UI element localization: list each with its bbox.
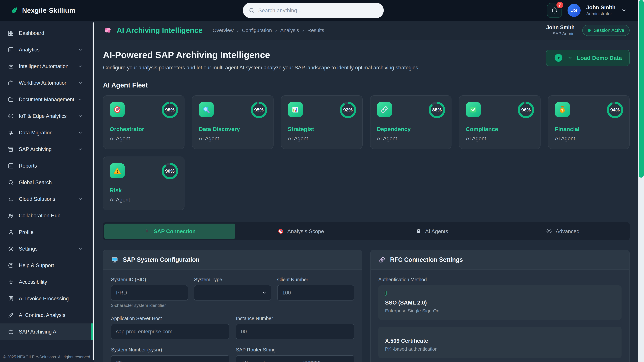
sap-system-configuration-panel: SAP System Configuration System ID (SID)… bbox=[103, 250, 362, 362]
instance-number-input[interactable] bbox=[236, 324, 354, 339]
chevron-down-icon bbox=[78, 81, 82, 85]
invoice-icon bbox=[8, 296, 14, 302]
contract-icon bbox=[8, 312, 14, 319]
radio-icon[interactable] bbox=[385, 291, 386, 295]
config-tabs: SAP Connection Analysis Scope AI Agents … bbox=[103, 222, 630, 240]
page-scrollbar[interactable] bbox=[638, 0, 644, 362]
panel-header: RFC Connection Settings bbox=[371, 250, 629, 270]
hero-subtitle: Configure your analysis parameters and l… bbox=[103, 65, 420, 71]
sidebar-item[interactable]: Collaboration Hub bbox=[0, 207, 94, 224]
chevron-down-icon bbox=[78, 97, 82, 102]
session-status-badge: Session Active bbox=[582, 25, 630, 36]
host-input[interactable] bbox=[111, 324, 229, 339]
breadcrumb-separator: › bbox=[302, 27, 304, 33]
sysnr-input[interactable] bbox=[111, 355, 229, 362]
breadcrumb-item[interactable]: Configuration bbox=[242, 27, 272, 33]
router-string-input[interactable] bbox=[236, 355, 354, 362]
sidebar-nav: Dashboard Analytics Intelligent Automati… bbox=[0, 21, 94, 340]
auth-option[interactable]: SSO (SAML 2.0) Enterprise Single Sign-On bbox=[378, 285, 622, 320]
monitor-icon bbox=[111, 256, 118, 264]
magnifier-icon bbox=[202, 105, 211, 114]
agent-icon-tile bbox=[377, 102, 392, 117]
auth-option-title: SSO (SAML 2.0) bbox=[385, 300, 615, 306]
tab[interactable]: SAP Connection bbox=[104, 224, 235, 239]
agent-card: 98% Orchestrator AI Agent bbox=[103, 95, 184, 149]
user-info: John Smith Administrator bbox=[586, 4, 616, 16]
client-number-label: Client Number bbox=[277, 277, 354, 282]
breadcrumb-item[interactable]: Overview bbox=[213, 27, 234, 33]
breadcrumb-item[interactable]: Analysis bbox=[280, 27, 299, 33]
page-body: AI-Powered SAP Archiving Intelligence Co… bbox=[94, 50, 638, 362]
sidebar-item[interactable]: Intelligent Automation bbox=[0, 58, 94, 75]
tab[interactable]: Analysis Scope bbox=[235, 224, 366, 239]
sidebar-item[interactable]: Cloud Solutions bbox=[0, 191, 94, 207]
sidebar-item[interactable]: AI Invoice Processing bbox=[0, 290, 94, 307]
sidebar-item[interactable]: Analytics bbox=[0, 41, 94, 58]
user-menu-chevron-icon[interactable] bbox=[621, 8, 626, 13]
sidebar-item[interactable]: SAP Archiving AI bbox=[0, 324, 94, 340]
sidebar-item[interactable]: Dashboard bbox=[0, 25, 94, 41]
sidebar-item[interactable]: Global Search bbox=[0, 174, 94, 191]
avatar[interactable]: JS bbox=[568, 4, 580, 17]
agent-progress-ring: 95% bbox=[251, 102, 267, 118]
load-demo-data-button[interactable]: Load Demo Data bbox=[546, 50, 630, 66]
auth-options: SSO (SAML 2.0) Enterprise Single Sign-On… bbox=[378, 285, 622, 358]
agent-card: 96% Compliance AI Agent bbox=[459, 95, 540, 149]
agent-card: 92% Strategist AI Agent bbox=[281, 95, 362, 149]
agent-progress-ring: 88% bbox=[429, 102, 445, 118]
agent-percent: 88% bbox=[432, 107, 442, 113]
session-user-role: SAP Admin bbox=[546, 31, 574, 36]
agent-name: Financial bbox=[555, 126, 623, 132]
brand: Nexgile-Skillium bbox=[10, 6, 75, 14]
session-user-name: John Smith bbox=[546, 24, 574, 30]
sidebar-item[interactable]: Accessibility bbox=[0, 274, 94, 290]
sidebar-item[interactable]: Document Management bbox=[0, 91, 94, 108]
main-content: AI Archiving Intelligence Overview › Con… bbox=[94, 21, 638, 362]
search-icon bbox=[248, 7, 255, 13]
breadcrumb-item[interactable]: Results bbox=[308, 27, 324, 33]
grid-icon bbox=[8, 30, 14, 36]
agent-icon-tile bbox=[110, 163, 125, 178]
sidebar-item[interactable]: Workflow Automation bbox=[0, 75, 94, 91]
agent-card: 95% Data Discovery AI Agent bbox=[192, 95, 274, 149]
target-icon bbox=[113, 105, 122, 114]
sidebar-item[interactable]: SAP Archiving bbox=[0, 141, 94, 158]
agent-percent: 90% bbox=[165, 168, 174, 174]
page-header: AI Archiving Intelligence Overview › Con… bbox=[94, 21, 638, 40]
plug-icon bbox=[144, 228, 150, 234]
user-icon bbox=[8, 229, 14, 236]
client-number-input[interactable] bbox=[277, 285, 354, 301]
search-input[interactable] bbox=[258, 7, 378, 13]
agent-type: AI Agent bbox=[288, 135, 356, 142]
chart-icon bbox=[8, 46, 14, 53]
sidebar-item[interactable]: Reports bbox=[0, 158, 94, 174]
agent-type: AI Agent bbox=[110, 135, 178, 142]
sidebar-item[interactable]: Settings bbox=[0, 241, 94, 257]
sidebar-item[interactable]: Help & Support bbox=[0, 257, 94, 274]
sid-input[interactable] bbox=[111, 285, 188, 301]
sidebar-item[interactable]: IoT & Edge Analytics bbox=[0, 108, 94, 124]
notifications-button[interactable]: 7 bbox=[547, 3, 562, 18]
agent-type: AI Agent bbox=[377, 135, 445, 142]
system-type-select[interactable] bbox=[194, 285, 271, 301]
tab[interactable]: AI Agents bbox=[366, 224, 497, 239]
arrows-icon bbox=[8, 130, 14, 136]
sidebar-item[interactable]: AI Contract Analysis bbox=[0, 307, 94, 324]
sidebar-item[interactable]: Profile bbox=[0, 224, 94, 241]
agent-card: $ 94% Financial AI Agent bbox=[548, 95, 630, 149]
chevron-down-icon bbox=[78, 114, 82, 118]
warning-icon bbox=[113, 166, 122, 175]
sid-helper-text: 3-character system identifier bbox=[111, 303, 354, 308]
sidebar-scrollbar[interactable] bbox=[92, 22, 94, 360]
tab[interactable]: Advanced bbox=[497, 224, 628, 239]
agent-fleet-grid: 98% Orchestrator AI Agent 95% Data Disco… bbox=[103, 95, 630, 210]
agent-progress-ring: 90% bbox=[162, 163, 178, 179]
sidebar-item[interactable]: Data Migration bbox=[0, 124, 94, 141]
agent-icon-tile: $ bbox=[555, 102, 570, 117]
robot-icon bbox=[8, 63, 14, 69]
page-scrollbar-thumb[interactable] bbox=[639, 0, 644, 178]
auth-option-subtitle: Enterprise Single Sign-On bbox=[385, 308, 615, 314]
auth-option[interactable]: X.509 Certificate PKI-based authenticati… bbox=[378, 327, 622, 358]
chevron-down-icon bbox=[78, 247, 82, 251]
top-navbar: Nexgile-Skillium 7 JS John Smith Adminis… bbox=[0, 0, 638, 21]
